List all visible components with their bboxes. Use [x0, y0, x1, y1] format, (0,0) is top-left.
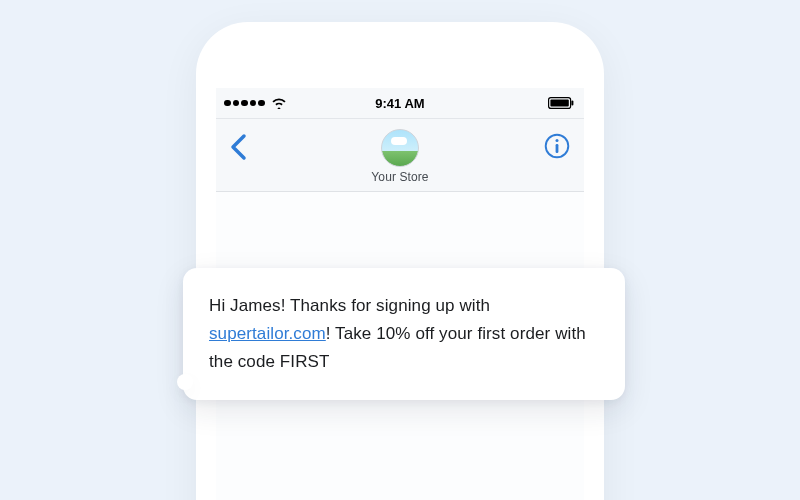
status-bar-time: 9:41 AM	[375, 96, 424, 111]
info-button[interactable]	[544, 133, 570, 159]
svg-point-4	[556, 139, 559, 142]
message-text-part1: Hi James! Thanks for signing up with	[209, 296, 490, 315]
status-bar-left	[224, 97, 287, 109]
info-icon	[544, 133, 570, 159]
back-button[interactable]	[228, 133, 252, 161]
chevron-left-icon	[228, 133, 252, 161]
wifi-icon	[271, 97, 287, 109]
svg-rect-2	[571, 101, 573, 106]
message-text: Hi James! Thanks for signing up with sup…	[209, 292, 599, 376]
message-link[interactable]: supertailor.com	[209, 324, 326, 343]
svg-rect-1	[550, 99, 568, 106]
phone-frame: 9:41 AM Your Store	[196, 22, 604, 500]
cellular-signal-icon	[224, 100, 265, 107]
svg-rect-5	[556, 144, 559, 153]
conversation-header: Your Store	[216, 118, 584, 192]
contact-name: Your Store	[371, 170, 428, 184]
message-bubble: Hi James! Thanks for signing up with sup…	[183, 268, 625, 400]
status-bar: 9:41 AM	[216, 88, 584, 118]
contact-avatar[interactable]	[381, 129, 419, 167]
bubble-tail-icon	[177, 374, 193, 390]
battery-icon	[548, 97, 574, 109]
